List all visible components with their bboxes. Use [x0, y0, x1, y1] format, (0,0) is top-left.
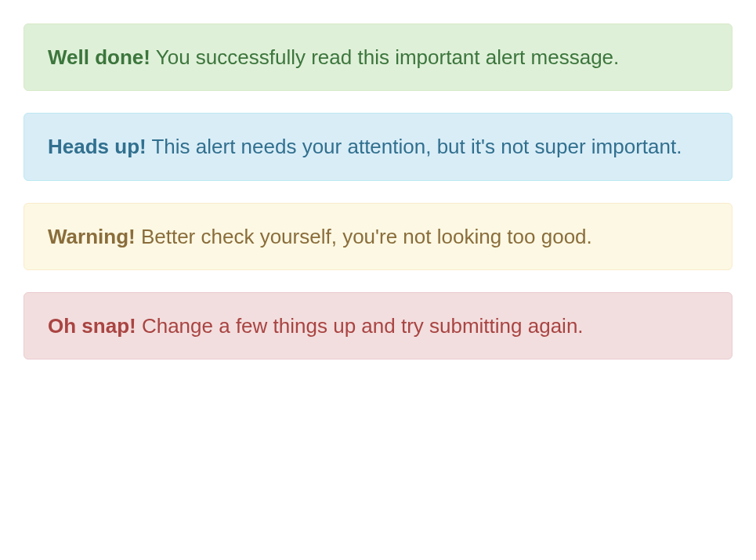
alert-danger-message: Change a few things up and try submittin… — [136, 314, 584, 338]
alert-success: Well done! You successfully read this im… — [24, 23, 732, 91]
alert-info: Heads up! This alert needs your attentio… — [24, 113, 732, 180]
alert-success-message: You successfully read this important ale… — [150, 45, 619, 69]
alert-danger-title: Oh snap! — [48, 314, 136, 338]
alert-success-title: Well done! — [48, 45, 150, 69]
alert-warning-message: Better check yourself, you're not lookin… — [136, 225, 592, 248]
alert-warning: Warning! Better check yourself, you're n… — [24, 203, 732, 270]
alert-warning-title: Warning! — [48, 225, 136, 248]
alert-info-title: Heads up! — [48, 135, 146, 158]
alert-info-message: This alert needs your attention, but it'… — [146, 135, 682, 158]
alert-danger: Oh snap! Change a few things up and try … — [24, 292, 732, 359]
